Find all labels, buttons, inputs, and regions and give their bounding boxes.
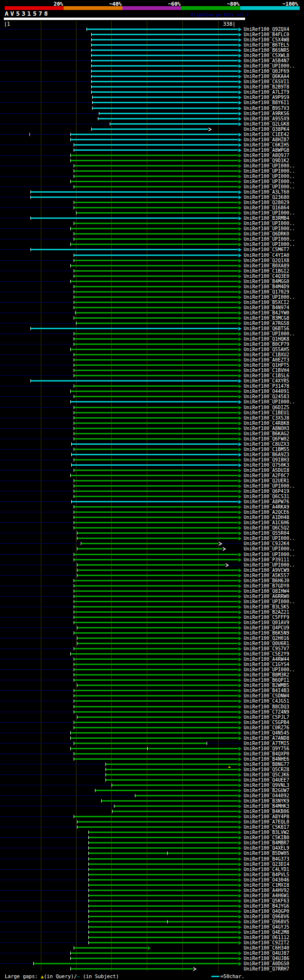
hit-label[interactable]: UniRef100_UPI000.. [244,599,295,604]
hit-label[interactable]: UniRef100_A6RRW0 [244,594,289,599]
hit-label[interactable]: UniRef100_C6KIH5 [244,142,289,147]
hit-label[interactable]: UniRef100_B2AZ21 [244,609,289,615]
hit-bar[interactable] [74,947,147,949]
hit-bar[interactable] [91,60,238,61]
hit-label[interactable]: UniRef100_A7RG58 [244,321,289,326]
hit-bar[interactable] [74,753,238,755]
hit-bar[interactable] [74,758,238,760]
hit-bar[interactable] [70,391,238,392]
hit-bar[interactable] [91,81,238,82]
hit-label[interactable]: UniRef100_Q968V5 [244,919,289,924]
hit-label[interactable]: UniRef100_Q6CS31 [244,494,289,499]
hit-label[interactable]: UniRef100_Q6P419 [244,489,289,494]
hit-label[interactable]: UniRef100_A1DH48 [244,515,289,520]
hit-bar[interactable] [88,853,238,854]
hit-bar[interactable] [88,905,238,907]
hit-bar[interactable] [74,585,238,587]
hit-label[interactable]: UniRef100_C1BM55 [244,447,289,452]
hit-bar[interactable] [70,958,238,959]
hit-bar[interactable] [91,91,238,93]
hit-label[interactable]: UniRef100_A5B4N7 [244,58,289,63]
hit-bar[interactable] [74,527,238,529]
hit-label[interactable]: UniRef100_A7AND8 [244,735,289,741]
hit-bar[interactable] [74,601,238,602]
hit-label[interactable]: UniRef100_B6A9Z3 [244,452,289,457]
hit-label[interactable]: UniRef100_B6K5N9 [244,630,289,636]
hit-label[interactable]: UniRef100_B4QXP0 [244,751,289,756]
hit-label[interactable]: UniRef100_Q6DIZ5 [244,405,289,410]
hit-bar[interactable] [74,449,238,450]
hit-bar[interactable] [33,963,238,964]
hit-bar[interactable] [88,937,238,938]
hit-bar[interactable] [88,837,238,838]
hit-bar[interactable] [88,911,238,912]
hit-label[interactable]: UniRef100_C4JG51 [244,698,289,704]
hit-bar[interactable] [74,669,238,670]
hit-label[interactable]: UniRef100_UPI000.. [244,242,295,247]
hit-bar[interactable] [74,459,238,461]
hit-bar[interactable] [88,916,238,917]
hit-label[interactable]: UniRef100_Q4UEE7 [244,777,289,783]
hit-bar[interactable] [74,370,238,371]
hit-label[interactable]: UniRef100_C6SVI1 [244,79,289,84]
hit-bar[interactable] [74,622,238,623]
hit-label[interactable]: UniRef100_Q38PK4 [244,127,289,132]
hit-label[interactable]: UniRef100_Q4UJ86 [244,956,289,961]
hit-label[interactable]: UniRef100_A7LIT9 [244,89,289,95]
hit-label[interactable]: UniRef100_B6KAG2 [244,431,289,436]
hit-label[interactable]: UniRef100_B8M3R2 [244,672,289,677]
hit-bar[interactable] [70,732,238,734]
hit-label[interactable]: UniRef100_UPI000.. [244,667,295,672]
hit-bar[interactable] [92,97,238,98]
hit-label[interactable]: UniRef100_UPI000.. [244,163,295,168]
hit-bar[interactable] [91,76,238,77]
hit-label[interactable]: UniRef100_A7TMI5 [244,741,289,746]
hit-label[interactable]: UniRef100_Q750K3 [244,462,289,468]
hit-label[interactable]: UniRef100_C1EE42 [244,132,289,137]
hit-bar[interactable] [74,338,238,340]
hit-label[interactable]: UniRef100_B2GUW7 [244,788,289,793]
hit-bar[interactable] [74,396,238,397]
hit-label[interactable]: UniRef100_A2F0C7 [244,473,289,478]
hit-label[interactable]: UniRef100_C0RZ76 [244,725,289,730]
hit-label[interactable]: UniRef100_B6SNR5 [244,48,289,53]
hit-label[interactable]: UniRef100_Q9D1K2 [244,158,289,163]
hit-bar[interactable] [74,385,238,387]
hit-label[interactable]: UniRef100_A7EQL0 [244,819,289,824]
hit-bar[interactable] [95,790,238,791]
hit-label[interactable]: UniRef100_Q968V6 [244,914,289,919]
hit-bar[interactable] [70,265,238,266]
hit-bar[interactable] [30,249,238,250]
hit-label[interactable]: UniRef100_B4MBR7 [244,840,289,845]
hit-bar[interactable] [74,144,238,146]
hit-label[interactable]: UniRef100_Q9VNL3 [244,783,289,788]
hit-bar[interactable] [86,29,238,30]
hit-bar[interactable] [77,564,225,566]
hit-bar[interactable] [77,826,238,828]
hit-label[interactable]: UniRef100_A8WPG8 [244,147,289,153]
hit-label[interactable]: UniRef100_B4KB06 [244,809,289,814]
hit-label[interactable]: UniRef100_UPI000.. [244,294,295,300]
hit-label[interactable]: UniRef100_B3RMB4 [244,216,289,221]
hit-bar[interactable] [91,44,238,46]
hit-label[interactable]: UniRef100_B4PVL5 [244,872,289,877]
hit-label[interactable]: UniRef100_C5DNW4 [244,693,289,698]
hit-label[interactable]: UniRef100_C9S7V7 [244,646,289,651]
hit-bar[interactable] [74,580,238,581]
hit-label[interactable]: UniRef100_Q5CJK6 [244,772,289,777]
hit-bar[interactable] [74,176,238,177]
hit-label[interactable]: UniRef100_C1BEU1 [244,410,289,415]
hit-label[interactable]: UniRef100_B4MHK3 [244,804,289,809]
hit-bar[interactable] [135,795,238,796]
hit-label[interactable]: UniRef100_B2B9T8 [244,84,289,89]
hit-label[interactable]: UniRef100_A3LT60 [244,189,289,195]
hit-bar[interactable] [77,538,238,539]
hit-bar[interactable] [71,501,238,502]
hit-bar[interactable] [105,764,238,765]
hit-bar[interactable] [71,443,238,445]
hit-bar[interactable] [70,181,238,182]
hit-bar[interactable] [74,596,238,597]
hit-label[interactable]: UniRef100_Q4XEL9 [244,845,289,851]
hit-label[interactable]: UniRef100_C3XSJ8 [244,415,289,421]
hit-bar[interactable] [70,155,238,156]
